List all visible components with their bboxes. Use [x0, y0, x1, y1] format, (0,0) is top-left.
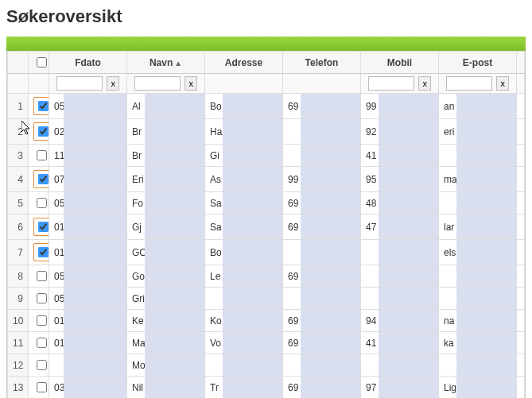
row-select-checkbox[interactable]	[38, 126, 49, 137]
row-select-cell[interactable]	[29, 265, 49, 288]
cell-mobil: 41	[361, 145, 439, 167]
row-number: 10	[8, 310, 29, 332]
col-header-telefon-label: Telefon	[305, 57, 339, 68]
table-row[interactable]: 407EriAs9995ma	[8, 167, 525, 192]
cell-telefon: 69	[283, 332, 361, 354]
cell-epost: ma	[439, 167, 517, 192]
row-select-cell[interactable]	[29, 354, 49, 377]
row-select-checkbox[interactable]	[38, 101, 49, 111]
table-row[interactable]: 1001KeKo6994na	[8, 310, 525, 332]
row-select-cell[interactable]	[29, 377, 49, 399]
col-header-rownum	[8, 52, 29, 74]
table-row[interactable]: 905Gri	[8, 288, 525, 310]
cell-telefon: 69	[283, 310, 361, 332]
cell-adresse: Tr	[205, 377, 283, 399]
row-select-cell[interactable]	[29, 119, 49, 145]
cell-navn: Gj	[127, 214, 205, 240]
cell-navn: GO	[127, 240, 205, 265]
row-select-cell[interactable]	[29, 288, 49, 310]
sort-asc-icon: ▲	[174, 59, 182, 68]
cell-navn: Br	[127, 119, 205, 145]
cell-navn: Br	[127, 145, 205, 167]
row-select-checkbox[interactable]	[37, 382, 47, 392]
cell-telefon: 69	[283, 214, 361, 240]
cell-mobil	[361, 265, 439, 288]
cell-fdato: 07	[49, 167, 127, 192]
cell-tail	[517, 354, 525, 377]
filter-epost-input[interactable]	[446, 76, 492, 91]
col-header-fdato[interactable]: Fdato	[49, 52, 127, 74]
select-all-checkbox[interactable]	[37, 57, 47, 68]
col-header-adresse-label: Adresse	[225, 57, 262, 68]
row-select-cell[interactable]	[29, 240, 49, 265]
row-select-checkbox[interactable]	[37, 150, 47, 160]
col-header-select-all[interactable]	[29, 52, 49, 74]
col-header-mobil[interactable]: Mobil	[361, 52, 439, 74]
row-number: 9	[8, 288, 29, 310]
table-row[interactable]: 601GjSa6947lar	[8, 214, 525, 240]
row-select-checkbox[interactable]	[38, 174, 49, 184]
cell-telefon	[283, 288, 361, 310]
col-header-navn[interactable]: Navn▲	[127, 52, 205, 74]
cell-mobil: 95	[361, 167, 439, 192]
row-select-checkbox[interactable]	[38, 247, 49, 257]
cell-fdato: 01	[49, 214, 127, 240]
cell-epost	[439, 288, 517, 310]
col-header-epost[interactable]: E-post	[439, 52, 517, 74]
row-number: 13	[8, 377, 29, 399]
cell-telefon: 99	[283, 167, 361, 192]
row-select-cell[interactable]	[29, 214, 49, 240]
col-header-mobil-label: Mobil	[387, 57, 412, 68]
col-header-telefon[interactable]: Telefon	[283, 52, 361, 74]
filter-fdato-input[interactable]	[56, 76, 103, 91]
filter-navn-clear[interactable]: x	[184, 76, 197, 91]
cell-telefon: 69	[283, 377, 361, 399]
col-header-navn-label: Navn	[150, 57, 173, 68]
table-row[interactable]: 1101MaVo6941ka	[8, 332, 525, 354]
cell-epost: Lig	[439, 377, 517, 399]
row-select-cell[interactable]	[29, 94, 49, 119]
table-row[interactable]: 701GOBoels	[8, 240, 525, 265]
cell-tail	[517, 214, 525, 240]
table-row[interactable]: 805GoLe69	[8, 265, 525, 288]
cell-mobil	[361, 288, 439, 310]
col-header-tail	[517, 52, 525, 74]
cell-navn: Go	[127, 265, 205, 288]
table-row[interactable]: 311BrGi41	[8, 145, 525, 167]
table-row[interactable]: 1303NilTr6997Lig	[8, 377, 525, 399]
row-select-checkbox[interactable]	[38, 222, 49, 232]
cell-navn: Fo	[127, 192, 205, 214]
table-row[interactable]: 105AlBo6999an	[8, 94, 525, 119]
cell-tail	[517, 145, 525, 167]
cell-telefon: 69	[283, 94, 361, 119]
filter-fdato-clear[interactable]: x	[107, 76, 119, 91]
row-select-checkbox[interactable]	[37, 293, 47, 303]
cell-navn: Mo	[127, 354, 205, 377]
cell-fdato: 03	[49, 377, 127, 399]
row-select-cell[interactable]	[29, 332, 49, 354]
filter-mobil-input[interactable]	[368, 76, 414, 91]
row-select-cell[interactable]	[29, 167, 49, 192]
cell-mobil: 99	[361, 94, 439, 119]
toolbar-bar	[6, 37, 526, 51]
cell-navn: Ma	[127, 332, 205, 354]
filter-epost-clear[interactable]: x	[496, 76, 509, 91]
cell-telefon	[283, 354, 361, 377]
table-row[interactable]: 505FoSa6948	[8, 192, 525, 214]
row-select-checkbox[interactable]	[37, 315, 47, 326]
row-select-checkbox[interactable]	[37, 198, 47, 208]
cell-telefon	[283, 119, 361, 145]
row-select-cell[interactable]	[29, 192, 49, 214]
row-select-checkbox[interactable]	[37, 360, 47, 370]
filter-navn-input[interactable]	[134, 76, 181, 91]
row-select-cell[interactable]	[29, 310, 49, 332]
row-select-checkbox[interactable]	[37, 338, 47, 348]
row-select-checkbox[interactable]	[37, 271, 47, 281]
col-header-adresse[interactable]: Adresse	[205, 52, 283, 74]
table-row[interactable]: 202BrHa92eri	[8, 119, 525, 145]
row-select-cell[interactable]	[29, 145, 49, 167]
table-row[interactable]: 12Mo	[8, 354, 525, 377]
cell-mobil	[361, 354, 439, 377]
filter-mobil-clear[interactable]: x	[418, 76, 431, 91]
cell-fdato: 01	[49, 310, 127, 332]
